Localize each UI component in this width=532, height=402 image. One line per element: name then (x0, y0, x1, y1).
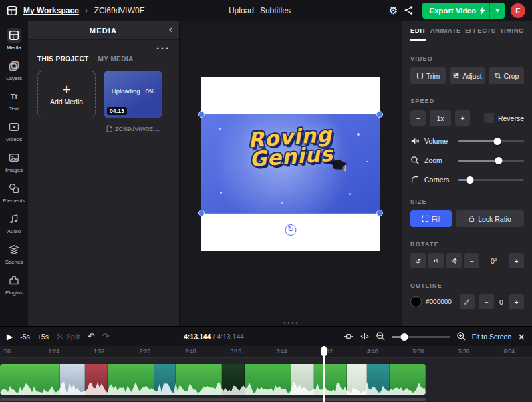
selection-handle-top-left[interactable] (198, 111, 205, 118)
settings-gear-icon[interactable]: ⚙ (389, 5, 398, 17)
speed-increase-button[interactable]: + (455, 110, 470, 126)
filmstrip-frame[interactable] (222, 364, 245, 395)
split-button[interactable]: Split (56, 333, 80, 341)
filmstrip-frame[interactable] (176, 364, 222, 395)
sidebar-item-images[interactable]: Images (0, 146, 28, 177)
slider-thumb[interactable] (495, 157, 503, 164)
playhead[interactable] (323, 346, 325, 402)
ruler-tick: 1:24 (49, 348, 60, 355)
volume-slider[interactable] (458, 136, 524, 146)
speed-value-button[interactable]: 1x (430, 110, 451, 126)
lock-icon (468, 215, 475, 222)
sidebar-item-media[interactable]: Media (0, 24, 28, 55)
fit-clip-icon[interactable] (344, 331, 354, 341)
reverse-checkbox[interactable] (484, 113, 494, 123)
filmstrip-frame[interactable] (347, 364, 367, 395)
rotate-90-button[interactable]: ↺ (410, 253, 426, 268)
slider-thumb[interactable] (494, 138, 501, 145)
play-button[interactable]: ▶ (7, 332, 13, 341)
export-dropdown-chevron-icon[interactable]: ▾ (490, 7, 505, 14)
sidebar-item-elements[interactable]: Elements (0, 177, 28, 208)
tab-effects[interactable]: EFFECTS (465, 21, 496, 41)
adjust-button[interactable]: Adjust (450, 67, 485, 84)
filmstrip-frame[interactable] (245, 364, 291, 395)
share-icon[interactable] (404, 5, 414, 15)
slider-thumb[interactable] (466, 176, 473, 184)
selected-video-layer[interactable]: Roving Genius (201, 114, 380, 214)
speed-decrease-button[interactable]: − (410, 110, 426, 126)
duration-badge: 04:13 (107, 107, 127, 115)
filmstrip-frame[interactable] (85, 364, 108, 395)
skip-back-5s-button[interactable]: -5s (20, 333, 30, 341)
timeline-zoom-out-icon[interactable] (376, 331, 386, 341)
outline-decrease-button[interactable]: − (479, 294, 494, 309)
selection-handle-bottom-right[interactable] (376, 210, 383, 216)
crop-button[interactable]: Crop (489, 67, 524, 84)
slider-thumb[interactable] (401, 333, 408, 341)
canvas-area[interactable]: Roving Genius ↻ (180, 21, 402, 326)
sidebar-item-audio[interactable]: Audio (0, 208, 28, 238)
timeline-zoom-in-icon[interactable] (456, 331, 466, 341)
eyedropper-button[interactable] (460, 294, 475, 309)
timeline-clip[interactable] (0, 364, 426, 395)
tab-my-media[interactable]: MY MEDIA (98, 55, 134, 63)
timeline-scrollbar[interactable] (0, 398, 426, 401)
canvas-scroll-dots[interactable] (284, 322, 298, 324)
filmstrip-frame[interactable] (314, 364, 347, 395)
ruler-tick: 3:44 (276, 348, 287, 355)
add-media-button[interactable]: + Add Media (37, 71, 96, 118)
lock-ratio-button[interactable]: Lock Ratio (456, 210, 524, 227)
sidebar-item-videos[interactable]: Videos (0, 116, 28, 146)
sidebar-item-layers[interactable]: Layers (0, 55, 28, 85)
flip-horizontal-icon (432, 257, 440, 264)
filmstrip-frame[interactable] (154, 364, 176, 395)
timeline-ruler[interactable]: :561:241:522:202:483:163:444:124:405:085… (0, 346, 532, 358)
media-more-button[interactable]: ••• (28, 40, 179, 52)
close-timeline-icon[interactable]: × (517, 331, 525, 342)
playhead-handle[interactable] (321, 347, 327, 356)
filmstrip-frame[interactable] (291, 364, 314, 395)
breadcrumb-workspace-link[interactable]: My Workspace (23, 6, 79, 15)
selection-handle-top-right[interactable] (376, 111, 383, 118)
zoom-slider[interactable] (458, 156, 524, 165)
corners-slider[interactable] (458, 175, 524, 184)
filmstrip-frame[interactable] (60, 364, 85, 395)
outline-color-swatch[interactable] (410, 296, 422, 307)
redo-button[interactable]: ↷ (102, 331, 109, 341)
sidebar-item-plugins[interactable]: Plugins (0, 269, 28, 300)
tab-timing[interactable]: TIMING (500, 21, 524, 41)
flip-horizontal-button[interactable] (428, 253, 444, 268)
timeline-zoom-slider[interactable] (392, 332, 450, 341)
filmstrip-frame[interactable] (108, 364, 154, 395)
uploading-media-thumbnail[interactable]: Uploading...0% 04:13 (104, 71, 162, 118)
filmstrip-frame[interactable] (0, 364, 60, 395)
subtitles-button[interactable]: Subtitles (260, 6, 291, 15)
rotate-decrease-button[interactable]: − (464, 253, 479, 268)
rotate-increase-button[interactable]: + (509, 253, 524, 268)
upload-button[interactable]: Upload (229, 6, 254, 15)
skip-forward-5s-button[interactable]: +5s (37, 333, 49, 341)
sidebar-item-scenes[interactable]: Scenes (0, 238, 28, 269)
rotate-handle[interactable]: ↻ (285, 224, 297, 236)
breadcrumb-project-name[interactable]: ZCl69dVtW0E (94, 6, 145, 15)
trim-button[interactable]: Trim (410, 67, 446, 84)
tab-animate[interactable]: ANIMATE (430, 21, 461, 41)
tab-this-project[interactable]: THIS PROJECT (37, 55, 89, 63)
user-avatar[interactable]: E (511, 3, 525, 18)
zoom-magnifier-icon (410, 156, 420, 165)
undo-button[interactable]: ↶ (88, 331, 95, 341)
fill-button[interactable]: Fill (410, 210, 452, 227)
filmstrip-frame[interactable] (367, 364, 390, 395)
export-video-button[interactable]: Export Video ▾ (422, 3, 505, 19)
collapse-panel-icon[interactable]: ‹ (168, 24, 172, 35)
app-logo-icon[interactable] (7, 5, 17, 16)
fit-to-screen-button[interactable]: Fit to Screen (472, 333, 512, 341)
tab-edit[interactable]: EDIT (410, 21, 426, 41)
outline-increase-button[interactable]: + (509, 294, 524, 309)
filmstrip-frame[interactable] (390, 364, 426, 395)
sidebar-item-text[interactable]: Tt Text (0, 85, 28, 116)
flip-vertical-button[interactable] (446, 253, 462, 268)
expand-clips-icon[interactable] (360, 331, 370, 341)
breadcrumb-separator: › (85, 6, 88, 15)
selection-handle-bottom-left[interactable] (198, 210, 205, 216)
